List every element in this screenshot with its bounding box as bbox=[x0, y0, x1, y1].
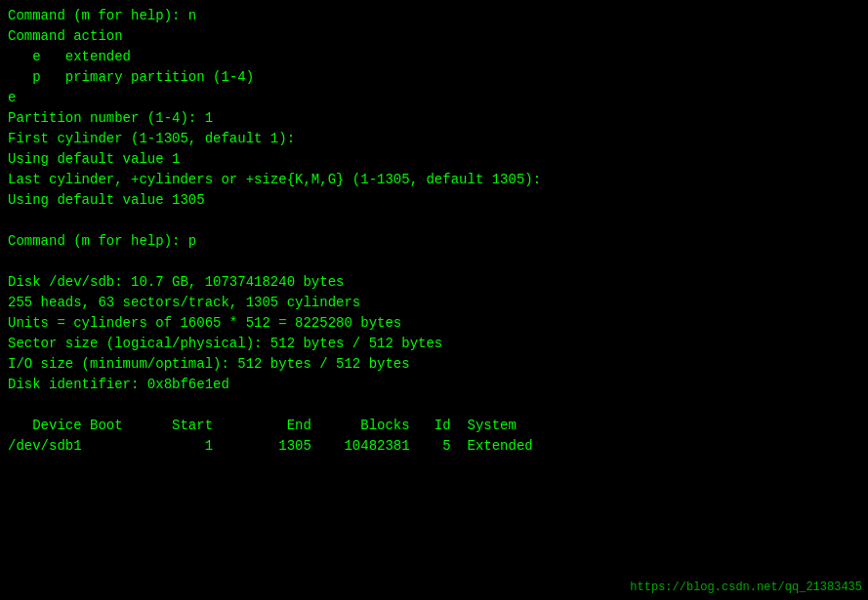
terminal-window: Command (m for help): nCommand action e … bbox=[0, 0, 868, 600]
watermark: https://blog.csdn.net/qq_21383435 bbox=[630, 579, 862, 596]
terminal-line: Using default value 1305 bbox=[8, 190, 860, 211]
terminal-line: Command (m for help): n bbox=[8, 6, 860, 26]
terminal-line: e extended bbox=[8, 47, 860, 67]
terminal-line: Disk identifier: 0x8bf6e1ed bbox=[8, 375, 860, 395]
terminal-line: p primary partition (1-4) bbox=[8, 67, 860, 88]
terminal-line bbox=[8, 252, 860, 272]
terminal-line bbox=[8, 395, 860, 416]
terminal-line: Last cylinder, +cylinders or +size{K,M,G… bbox=[8, 170, 860, 190]
terminal-line: I/O size (minimum/optimal): 512 bytes / … bbox=[8, 354, 860, 375]
terminal-line: Using default value 1 bbox=[8, 149, 860, 170]
terminal-line: First cylinder (1-1305, default 1): bbox=[8, 129, 860, 149]
terminal-line: e bbox=[8, 88, 860, 108]
terminal-line: Partition number (1-4): 1 bbox=[8, 108, 860, 129]
terminal-line: Sector size (logical/physical): 512 byte… bbox=[8, 334, 860, 354]
terminal-line bbox=[8, 211, 860, 231]
terminal-line: Device Boot Start End Blocks Id System bbox=[8, 416, 860, 436]
terminal-line: Command (m for help): p bbox=[8, 231, 860, 252]
terminal-line: Disk /dev/sdb: 10.7 GB, 10737418240 byte… bbox=[8, 272, 860, 293]
terminal-line: 255 heads, 63 sectors/track, 1305 cylind… bbox=[8, 293, 860, 313]
terminal-line: /dev/sdb1 1 1305 10482381 5 Extended bbox=[8, 436, 860, 457]
terminal-line: Units = cylinders of 16065 * 512 = 82252… bbox=[8, 313, 860, 334]
terminal-line: Command action bbox=[8, 26, 860, 47]
